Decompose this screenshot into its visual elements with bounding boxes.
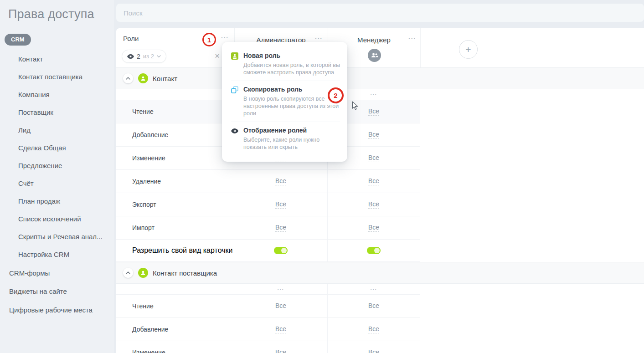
table-body: Контакт ··· ··· Чтение Все Все Добавлени… (116, 67, 644, 353)
plus-icon: + (465, 44, 471, 55)
permission-row-edit: Изменение Все Все (116, 341, 420, 353)
permission-value-link[interactable]: Все (368, 325, 379, 333)
contact-entity-icon (138, 73, 148, 83)
manager-menu-icon[interactable]: ··· (408, 35, 416, 42)
sidebar-item-sales-plan[interactable]: План продаж (18, 197, 60, 206)
annotation-step-1: 1 (202, 33, 216, 46)
permission-label: Изменение (116, 147, 234, 170)
chevron-up-icon (126, 271, 130, 274)
menu-item-description: Выберите, какие роли нужно показать или … (243, 136, 340, 151)
manager-avatar (368, 49, 381, 62)
toggle-knob (281, 248, 287, 253)
custom-card-toggle-administrator[interactable] (274, 247, 288, 254)
sidebar-item-supplier-contact[interactable]: Контакт поставщика (18, 72, 82, 82)
sidebar-item-supplier[interactable]: Поставщик (18, 108, 53, 117)
annotation-step-2: 2 (328, 87, 344, 103)
permission-value-link[interactable]: Все (275, 200, 286, 209)
permission-value-link[interactable]: Все (368, 348, 379, 353)
filter-total: из 2 (143, 53, 154, 60)
administrator-menu-icon[interactable]: ··· (315, 35, 323, 42)
permission-value-link[interactable]: Все (368, 107, 379, 116)
menu-item-copy-role[interactable]: Скопировать роль В новую роль скопируютс… (231, 81, 340, 122)
sidebar-item-scripts[interactable]: Скрипты и Речевая анал... (18, 232, 103, 241)
permission-row-read: Чтение Все Все (116, 295, 420, 318)
chevron-down-icon (157, 55, 161, 58)
permission-label: Импорт (116, 216, 234, 240)
sidebar-item-deal-general[interactable]: Сделка Общая (18, 143, 66, 153)
role-actions-menu: Новая роль Добавится новая роль, в котор… (222, 42, 347, 162)
display-roles-eye-icon (231, 127, 239, 151)
sidebar-item-crm-settings[interactable]: Настройка CRM (18, 250, 69, 259)
section-menu-row: ··· ··· (116, 284, 420, 295)
sidebar-item-invoice[interactable]: Счёт (18, 179, 34, 188)
section-title: Контакт поставщика (153, 269, 217, 277)
new-role-icon (231, 52, 239, 76)
permission-row-add: Добавление Все Все (116, 318, 420, 341)
permission-value-link[interactable]: Все (368, 177, 379, 185)
menu-item-title: Новая роль (243, 52, 340, 59)
section-header-contact[interactable]: Контакт (116, 67, 644, 89)
permission-label: Разрешить свой вид карточки (116, 240, 234, 262)
menu-item-title: Отображение ролей (243, 127, 340, 134)
permission-value-link[interactable]: Все (368, 131, 379, 139)
empty-cell (116, 89, 234, 100)
sidebar-item-lead[interactable]: Лид (18, 126, 31, 135)
menu-item-title: Скопировать роль (243, 86, 340, 93)
permission-value-link[interactable]: Все (368, 302, 379, 310)
roles-column-title: Роли (123, 35, 139, 42)
users-icon (371, 53, 378, 58)
add-role-button[interactable]: + (459, 40, 478, 59)
permission-label: Добавление (116, 123, 234, 147)
filter-count: 2 (137, 53, 140, 60)
menu-item-description: Добавится новая роль, в которой вы сможе… (243, 61, 340, 76)
page-title: Права доступа (8, 7, 94, 21)
permission-value-link[interactable]: Все (275, 348, 286, 353)
table-header-row: Роли ··· 2 из 2 × Администратор ··· Мене… (116, 28, 644, 67)
sidebar-item-crm-forms[interactable]: CRM-формы (9, 269, 50, 278)
cell-menu-icon[interactable]: ··· (371, 286, 377, 292)
menu-item-new-role[interactable]: Новая роль Добавится новая роль, в котор… (231, 47, 340, 81)
permission-value-link[interactable]: Все (368, 154, 379, 162)
copy-role-icon (231, 86, 239, 117)
permission-row-custom-card: Разрешить свой вид карточки (116, 240, 420, 262)
permission-value-link[interactable]: Все (275, 302, 286, 310)
column-divider (420, 28, 421, 67)
collapse-columns-icon[interactable]: × (215, 51, 220, 61)
sidebar: Права доступа CRM Контакт Контакт постав… (0, 0, 114, 353)
roles-permission-table: Роли ··· 2 из 2 × Администратор ··· Мене… (116, 28, 644, 353)
toggle-knob (374, 248, 380, 253)
sidebar-item-contact[interactable]: Контакт (18, 55, 43, 64)
custom-card-toggle-manager[interactable] (367, 247, 381, 254)
roles-filter-chip[interactable]: 2 из 2 (122, 50, 166, 63)
permission-value-link[interactable]: Все (368, 200, 379, 209)
chevron-up-icon (126, 77, 130, 80)
cell-menu-icon[interactable]: ··· (278, 286, 284, 292)
sidebar-item-quote[interactable]: Предложение (18, 161, 62, 170)
supplier-contact-entity-icon (138, 268, 148, 278)
cell-menu-icon[interactable]: ··· (371, 92, 377, 98)
roles-menu-icon[interactable]: ··· (221, 34, 229, 41)
permission-row-import: Импорт Все Все (116, 216, 420, 240)
sidebar-item-company[interactable]: Компания (18, 90, 50, 99)
person-icon (140, 76, 146, 81)
section-header-supplier-contact[interactable]: Контакт поставщика (116, 262, 644, 284)
collapse-section-button[interactable] (123, 268, 133, 278)
crm-section-badge[interactable]: CRM (5, 34, 31, 46)
sidebar-item-digital-workplaces[interactable]: Цифровые рабочие места (9, 306, 93, 315)
access-rights-page: Права доступа CRM Контакт Контакт постав… (0, 0, 644, 353)
search-input[interactable] (116, 4, 644, 22)
section-title: Контакт (153, 75, 177, 82)
permission-value-link[interactable]: Все (275, 177, 286, 185)
menu-item-display-roles[interactable]: Отображение ролей Выберите, какие роли н… (231, 122, 340, 155)
eye-icon (127, 54, 134, 59)
permission-row-export: Экспорт Все Все (116, 193, 420, 216)
sidebar-item-site-widgets[interactable]: Виджеты на сайте (9, 287, 67, 296)
permission-value-link[interactable]: Все (275, 325, 286, 333)
sidebar-item-exclusion-list[interactable]: Список исключений (18, 215, 81, 224)
collapse-section-button[interactable] (123, 73, 133, 83)
permission-value-link[interactable]: Все (368, 224, 379, 232)
permission-label: Добавление (116, 318, 234, 341)
empty-cell (116, 284, 234, 295)
permission-label: Изменение (116, 341, 234, 353)
permission-value-link[interactable]: Все (275, 224, 286, 232)
